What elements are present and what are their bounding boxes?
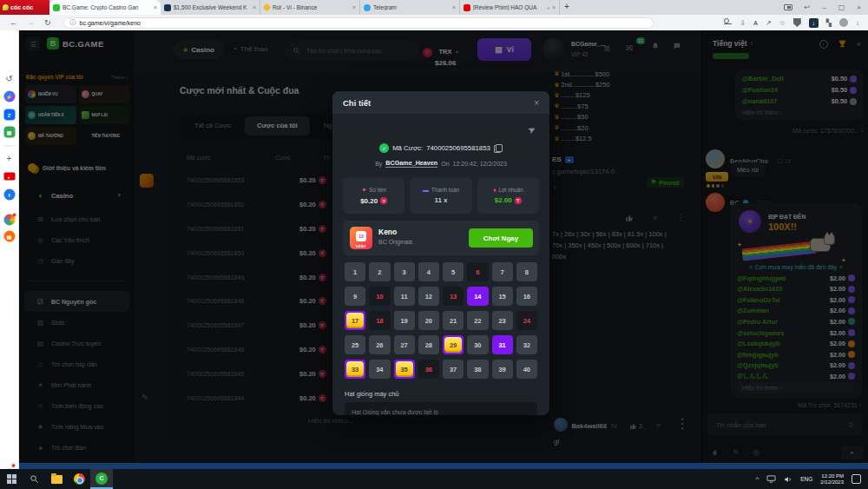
- keno-cell[interactable]: 13: [443, 287, 464, 306]
- url-bar[interactable]: ⓘ bc.game/vi/game/keno: [63, 17, 654, 29]
- file-explorer-icon[interactable]: [45, 469, 68, 489]
- keno-cell[interactable]: 2: [369, 262, 390, 281]
- keno-cell[interactable]: 9: [345, 287, 365, 306]
- keno-cell[interactable]: 14: [467, 287, 488, 306]
- window-close-button[interactable]: ×: [857, 3, 861, 11]
- profile-avatar-icon[interactable]: [839, 18, 848, 27]
- tab-close-icon[interactable]: ×: [452, 4, 456, 10]
- history-icon[interactable]: ↺: [5, 74, 12, 83]
- zalo-icon[interactable]: Z: [3, 109, 15, 121]
- tab-close-icon[interactable]: ×: [352, 4, 356, 10]
- bet-author-link[interactable]: BCGame_Heaven: [385, 159, 437, 168]
- language-indicator[interactable]: ENG: [800, 476, 812, 482]
- messenger-icon[interactable]: ⚡: [3, 91, 15, 102]
- browser-tab[interactable]: [Review Phim] HÀO QUA ♪ ×: [460, 0, 560, 15]
- youtube-icon[interactable]: ▸: [3, 173, 15, 181]
- downloads-icon[interactable]: ↓: [856, 19, 859, 27]
- shopping-icon[interactable]: ▤: [3, 231, 15, 242]
- keno-cell[interactable]: 37: [443, 360, 464, 379]
- network-icon[interactable]: [766, 475, 776, 483]
- new-tab-button[interactable]: +: [560, 0, 574, 15]
- browser-tab[interactable]: Telegram ♪ ×: [360, 0, 460, 15]
- keno-cell[interactable]: 17: [345, 311, 365, 330]
- keno-cell[interactable]: 12: [418, 287, 439, 306]
- keno-cell[interactable]: 27: [394, 335, 415, 354]
- keno-cell[interactable]: 16: [516, 287, 537, 306]
- tab-close-icon[interactable]: ×: [253, 4, 256, 10]
- keno-cell[interactable]: 5: [443, 262, 464, 281]
- keno-cell[interactable]: 39: [492, 360, 513, 379]
- keno-cell[interactable]: 25: [345, 335, 365, 354]
- keno-cell[interactable]: 19: [394, 311, 415, 330]
- keno-cell[interactable]: 33: [345, 360, 365, 379]
- start-button[interactable]: [0, 469, 23, 489]
- news-icon[interactable]: [3, 215, 15, 226]
- keno-cell[interactable]: 7: [492, 262, 513, 281]
- keno-cell[interactable]: 21: [443, 311, 464, 330]
- tab-close-icon[interactable]: ×: [552, 4, 556, 10]
- keno-cell[interactable]: 3: [394, 262, 415, 281]
- coccoc-brand[interactable]: cốc cốc: [0, 0, 49, 15]
- share-flag-icon[interactable]: ➤: [525, 123, 537, 137]
- back-button[interactable]: ←: [10, 18, 17, 27]
- keno-cell[interactable]: 35: [394, 360, 415, 379]
- browser-tab[interactable]: BC.Game: Crypto Casino Gan ♪ ×: [49, 0, 161, 15]
- translate-icon[interactable]: A: [753, 20, 758, 26]
- facebook-icon[interactable]: f: [3, 189, 15, 201]
- hidden-icons-chevron[interactable]: ^: [755, 475, 759, 483]
- copy-icon[interactable]: [494, 144, 503, 153]
- browser-tab[interactable]: $1,500 Exclusive Weekend K ♪ ×: [161, 0, 260, 15]
- action-center-icon[interactable]: [852, 474, 861, 484]
- window-maximize-button[interactable]: ▢: [838, 3, 845, 11]
- game-name: Keno: [378, 228, 397, 236]
- adblock-shield-icon[interactable]: 3: [793, 18, 801, 27]
- keno-cell[interactable]: 22: [467, 311, 488, 330]
- keno-cell[interactable]: 4: [418, 262, 439, 281]
- keno-cell[interactable]: 29: [443, 335, 464, 354]
- coccoc-taskbar-icon[interactable]: C: [90, 469, 113, 489]
- tab-search-icon[interactable]: [784, 4, 792, 10]
- taskbar-search-icon[interactable]: [23, 469, 45, 489]
- browser-tab[interactable]: Rút - Ví - Binance ♪ ×: [260, 0, 360, 15]
- keno-cell[interactable]: 31: [492, 335, 513, 354]
- modal-close-icon[interactable]: ×: [534, 98, 539, 108]
- forward-button[interactable]: →: [27, 18, 35, 27]
- window-minimize-button[interactable]: –: [822, 3, 825, 11]
- tab-close-icon[interactable]: ×: [154, 4, 157, 10]
- chrome-icon[interactable]: [68, 469, 90, 489]
- keno-cell[interactable]: 8: [516, 262, 537, 281]
- extensions-puzzle-icon[interactable]: ▚: [826, 19, 832, 27]
- password-key-icon[interactable]: [724, 21, 732, 24]
- games-icon[interactable]: ▣: [3, 127, 15, 138]
- keno-cell[interactable]: 36: [418, 360, 439, 379]
- bell-notification-dot: [11, 464, 15, 467]
- keno-cell[interactable]: 1: [345, 262, 365, 281]
- keno-cell[interactable]: 28: [418, 335, 439, 354]
- keno-cell[interactable]: 30: [467, 335, 488, 354]
- save-page-icon[interactable]: ⇩: [740, 19, 746, 27]
- keno-cell[interactable]: 24: [516, 311, 537, 330]
- site-info-icon[interactable]: ⓘ: [70, 18, 76, 27]
- bookmark-star-icon[interactable]: ☆: [779, 19, 786, 27]
- taskbar-clock[interactable]: 12:20 PM 2/12/2023: [820, 473, 844, 486]
- reload-button[interactable]: ↻: [44, 18, 51, 27]
- keno-cell[interactable]: 6: [467, 262, 488, 281]
- volume-icon[interactable]: [784, 475, 792, 484]
- download-manager-icon[interactable]: ↓: [809, 18, 819, 28]
- tab-audio-icon: ♪: [547, 5, 549, 10]
- add-shortcut-icon[interactable]: +: [7, 154, 12, 163]
- session-restore-icon[interactable]: ↩: [805, 3, 811, 11]
- keno-cell[interactable]: 40: [516, 360, 537, 379]
- keno-cell[interactable]: 32: [516, 335, 537, 354]
- keno-cell[interactable]: 18: [369, 311, 390, 330]
- play-now-button[interactable]: Chơi Ngay: [469, 228, 533, 248]
- keno-cell[interactable]: 34: [369, 360, 390, 379]
- keno-cell[interactable]: 23: [492, 311, 513, 330]
- share-icon[interactable]: ↗: [766, 19, 772, 27]
- keno-cell[interactable]: 11: [394, 287, 415, 306]
- keno-cell[interactable]: 20: [418, 311, 439, 330]
- keno-cell[interactable]: 38: [467, 360, 488, 379]
- keno-cell[interactable]: 10: [369, 287, 390, 306]
- keno-cell[interactable]: 15: [492, 287, 513, 306]
- keno-cell[interactable]: 26: [369, 335, 390, 354]
